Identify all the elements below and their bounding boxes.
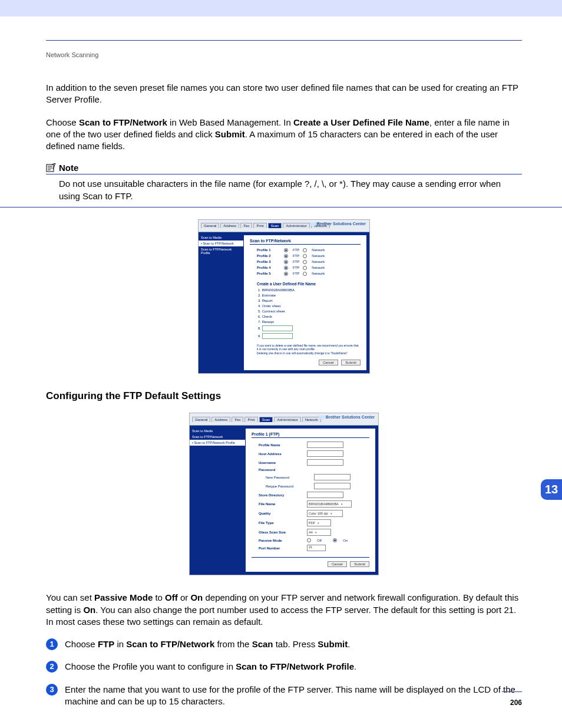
text: or <box>178 592 191 602</box>
fineprint: Deleting one that is in use will automat… <box>257 351 361 355</box>
paragraph-intro-1: In addition to the seven preset file nam… <box>46 82 522 106</box>
file-name-select[interactable]: BRN001BA98900BA <box>307 500 352 508</box>
passive-off-radio[interactable] <box>307 538 311 542</box>
text: . <box>354 661 356 671</box>
radio-ftp[interactable] <box>284 266 288 270</box>
screenshot-profile-1-ftp: General Address Fax Print Scan Administr… <box>189 413 379 575</box>
file-name-item: 3. Report <box>258 299 361 302</box>
file-name-item: 5. Contract sheet <box>258 309 361 313</box>
text: Enter the name that you want to use for … <box>65 684 515 706</box>
bold-term: Scan to FTP/Network <box>79 117 167 127</box>
profile-label: Profile 1 <box>257 248 280 252</box>
tab-print[interactable]: Print <box>253 223 266 228</box>
radio-label: Network <box>312 272 325 275</box>
bold-term: Create a User Defined File Name <box>293 117 429 127</box>
sidebar-item-scan-to-media[interactable]: Scan to Media <box>190 428 245 434</box>
field-label: Glass Scan Size <box>259 531 302 534</box>
tab-general[interactable]: General <box>201 223 219 228</box>
field-label: Quality <box>259 512 302 515</box>
tab-administrator[interactable]: Administrator <box>274 417 300 422</box>
file-type-select[interactable]: PDF <box>307 519 331 526</box>
radio-label: Off <box>317 539 322 542</box>
sidebar-item-scan-to-media[interactable]: Scan to Media <box>199 235 243 241</box>
quality-select[interactable]: Color 100 dpi <box>307 510 343 517</box>
tab-scan[interactable]: Scan <box>268 223 282 228</box>
radio-label: Network <box>312 254 325 258</box>
file-name-item: 2. Estimate <box>258 294 361 297</box>
field-label: Username <box>259 461 302 465</box>
text: in <box>114 639 126 649</box>
glass-scan-size-select[interactable]: A4 <box>307 529 331 536</box>
tab-print[interactable]: Print <box>244 417 257 422</box>
radio-network[interactable] <box>303 272 307 276</box>
tab-scan[interactable]: Scan <box>259 417 273 422</box>
step-1: Choose FTP in Scan to FTP/Network from t… <box>46 638 522 650</box>
radio-network[interactable] <box>303 248 307 252</box>
radio-label: FTP <box>293 248 299 252</box>
cancel-button[interactable]: Cancel <box>328 561 347 567</box>
text: from the <box>214 639 252 649</box>
cancel-button[interactable]: Cancel <box>319 360 338 365</box>
radio-network[interactable] <box>303 266 307 270</box>
tab-address[interactable]: Address <box>211 417 230 422</box>
profile-label: Profile 4 <box>257 266 280 269</box>
sidebar-item-scan-to-ftp-network[interactable]: Scan to FTP/Network <box>190 434 245 440</box>
tab-fax[interactable]: Fax <box>232 417 243 422</box>
radio-label: FTP <box>293 260 299 263</box>
panel-title: Profile 1 (FTP) <box>252 432 369 438</box>
radio-label: On <box>343 539 348 542</box>
username-input[interactable] <box>307 459 343 466</box>
bold-term: Scan to FTP/Network Profile <box>236 661 354 671</box>
field-label: Port Number <box>259 546 302 550</box>
new-password-input[interactable] <box>314 474 351 480</box>
store-directory-input[interactable] <box>307 492 343 498</box>
host-address-input[interactable] <box>307 450 343 457</box>
retype-password-input[interactable] <box>314 483 351 489</box>
brand-logo: Brother Solutions Center <box>319 415 375 419</box>
radio-network[interactable] <box>303 254 307 258</box>
brand-logo: Brother Solutions Center <box>310 222 366 226</box>
fineprint: If you want to delete a user-defined fil… <box>257 344 361 351</box>
radio-label: Network <box>312 260 325 263</box>
passive-on-radio[interactable] <box>333 538 337 542</box>
note-body: Do not use unsuitable characters in the … <box>46 178 522 202</box>
note-label: Note <box>59 163 78 173</box>
profile-label: Profile 3 <box>257 260 280 263</box>
sidebar-item-scan-to-ftp-network-profile[interactable]: • Scan to FTP/Network Profile <box>190 440 245 446</box>
sidebar-item-scan-to-ftp-network-profile[interactable]: Scan to FTP/Network Profile <box>199 246 243 256</box>
field-label: File Type <box>259 521 302 525</box>
radio-label: FTP <box>293 272 299 275</box>
step-2: Choose the Profile you want to configure… <box>46 661 522 673</box>
tab-administrator[interactable]: Administrator <box>283 223 309 228</box>
paragraph-intro-2: Choose Scan to FTP/Network in Web Based … <box>46 117 522 153</box>
field-label: Passive Mode <box>259 539 302 542</box>
file-name-user-input: 8. <box>258 325 361 331</box>
paragraph-passive-mode: You can set Passive Mode to Off or On de… <box>46 592 522 628</box>
user-filename-input-1[interactable] <box>262 325 293 331</box>
radio-ftp[interactable] <box>284 260 288 264</box>
user-filename-input-2[interactable] <box>262 333 293 339</box>
text: to <box>153 592 165 602</box>
submit-button[interactable]: Submit <box>341 360 361 365</box>
radio-label: Network <box>312 266 325 269</box>
port-number-input[interactable]: 21 <box>307 545 326 551</box>
tab-general[interactable]: General <box>192 417 210 422</box>
note-icon <box>46 163 57 173</box>
bold-term: Submit <box>318 639 348 649</box>
text: . <box>348 639 350 649</box>
tab-fax[interactable]: Fax <box>240 223 252 228</box>
profile-name-input[interactable] <box>307 442 343 448</box>
panel-title: Scan to FTP/Network <box>250 239 361 245</box>
profile-label: Profile 2 <box>257 254 280 258</box>
radio-ftp[interactable] <box>284 254 288 258</box>
page-number: 206 <box>510 699 522 707</box>
sidebar-item-scan-to-ftp-network[interactable]: • Scan to FTP/Network <box>199 241 243 246</box>
radio-ftp[interactable] <box>284 248 288 252</box>
radio-network[interactable] <box>303 260 307 264</box>
submit-button[interactable]: Submit <box>350 561 369 567</box>
screenshot-scan-to-ftp-network: General Address Fax Print Scan Administr… <box>198 219 370 374</box>
tab-address[interactable]: Address <box>220 223 239 228</box>
field-label: New Password <box>266 476 309 479</box>
text: Choose the Profile you want to configure… <box>65 661 236 671</box>
radio-ftp[interactable] <box>284 272 288 276</box>
